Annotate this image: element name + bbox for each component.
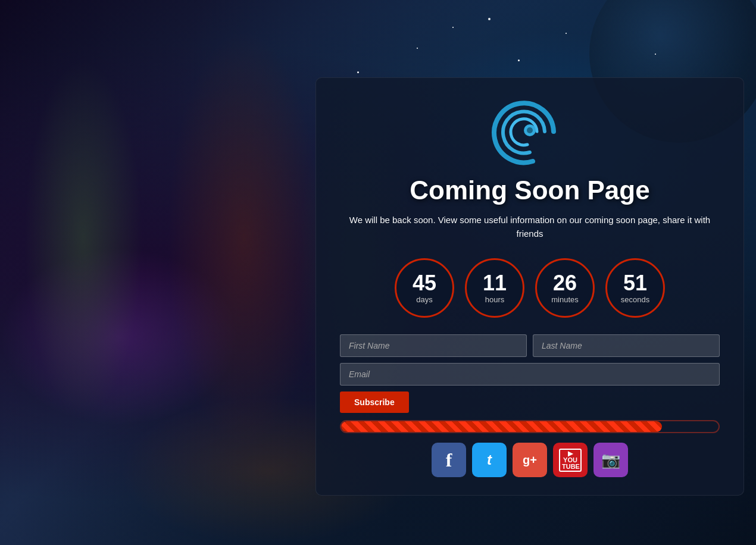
star-1 bbox=[417, 48, 418, 49]
page-title: Coming Soon Page bbox=[340, 176, 720, 205]
groot-character bbox=[24, 59, 143, 416]
logo-area bbox=[340, 96, 720, 170]
first-name-input[interactable] bbox=[340, 334, 527, 357]
countdown-timer: 45 days 11 hours 26 minutes 51 seconds bbox=[340, 258, 720, 318]
days-circle: 45 days bbox=[395, 258, 454, 318]
twitter-button[interactable]: t bbox=[472, 443, 507, 477]
email-input[interactable] bbox=[340, 363, 720, 386]
youtube-icon: ▶ YOUTUBE bbox=[559, 449, 582, 472]
star-2 bbox=[518, 59, 520, 61]
svg-point-1 bbox=[527, 127, 533, 133]
facebook-button[interactable]: f bbox=[432, 443, 466, 477]
hours-label: hours bbox=[485, 295, 505, 304]
countdown-hours: 11 hours bbox=[465, 258, 524, 318]
days-label: days bbox=[416, 295, 432, 304]
countdown-days: 45 days bbox=[395, 258, 454, 318]
minutes-circle: 26 minutes bbox=[535, 258, 595, 318]
star-5 bbox=[357, 71, 359, 73]
minutes-label: minutes bbox=[551, 295, 579, 304]
last-name-input[interactable] bbox=[533, 334, 720, 357]
star-7 bbox=[488, 18, 491, 20]
googleplus-button[interactable]: g+ bbox=[513, 443, 547, 477]
countdown-seconds: 51 seconds bbox=[605, 258, 665, 318]
content-card: Coming Soon Page We will be back soon. V… bbox=[315, 77, 744, 496]
facebook-icon: f bbox=[446, 449, 452, 471]
hours-circle: 11 hours bbox=[465, 258, 524, 318]
star-4 bbox=[655, 54, 656, 55]
days-value: 45 bbox=[413, 272, 436, 294]
star-6 bbox=[452, 27, 454, 28]
seconds-circle: 51 seconds bbox=[605, 258, 665, 318]
name-row bbox=[340, 334, 720, 357]
instagram-icon: 📷 bbox=[601, 451, 620, 469]
social-links: f t g+ ▶ YOUTUBE 📷 bbox=[340, 443, 720, 477]
hours-value: 11 bbox=[483, 272, 507, 294]
page-subtitle: We will be back soon. View some useful i… bbox=[340, 214, 720, 240]
googleplus-icon: g+ bbox=[523, 453, 537, 467]
spiral-logo-icon bbox=[488, 96, 571, 167]
progress-bar-fill bbox=[341, 421, 662, 432]
seconds-value: 51 bbox=[623, 272, 647, 294]
star-3 bbox=[566, 33, 567, 34]
seconds-label: seconds bbox=[621, 295, 649, 304]
progress-bar-container bbox=[340, 420, 720, 433]
instagram-button[interactable]: 📷 bbox=[593, 443, 628, 477]
countdown-minutes: 26 minutes bbox=[535, 258, 595, 318]
youtube-button[interactable]: ▶ YOUTUBE bbox=[553, 443, 588, 477]
twitter-icon: t bbox=[487, 452, 492, 468]
minutes-value: 26 bbox=[553, 272, 577, 294]
signup-form: Subscribe bbox=[340, 334, 720, 420]
subscribe-button[interactable]: Subscribe bbox=[340, 391, 409, 413]
